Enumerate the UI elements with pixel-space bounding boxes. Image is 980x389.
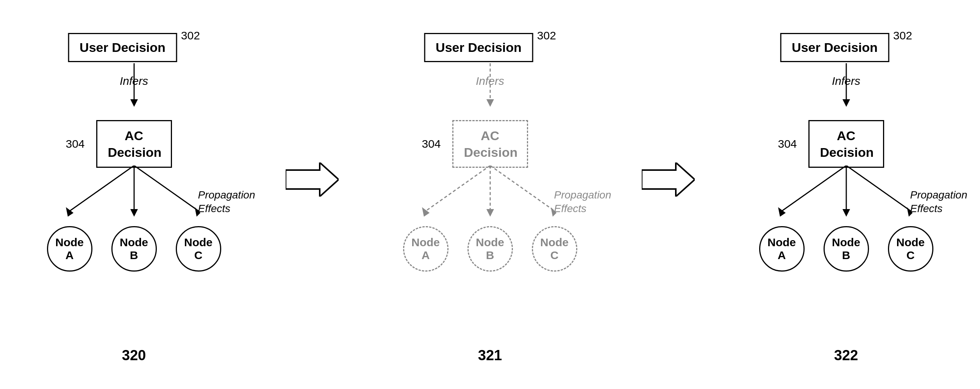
propagation-label-322: PropagationEffects xyxy=(910,188,967,216)
node-b-322: NodeB xyxy=(824,226,869,272)
arrow-ud-to-ac-321 xyxy=(485,63,496,113)
user-decision-box-320: User Decision xyxy=(68,33,177,62)
svg-line-15 xyxy=(490,165,555,211)
svg-line-11 xyxy=(426,165,490,211)
ref-302-321: 302 xyxy=(537,29,556,42)
diagram-320: User Decision 302 Infers 304 ACDecision xyxy=(5,25,263,364)
label-320: 320 xyxy=(122,347,146,364)
arrow-ud-to-ac-322 xyxy=(841,63,852,113)
node-c-321: NodeC xyxy=(532,226,578,272)
diagram-322: User Decision 302 Infers 304 ACDecision xyxy=(718,25,975,364)
svg-marker-19 xyxy=(843,99,850,107)
svg-marker-17 xyxy=(642,162,695,197)
svg-marker-23 xyxy=(843,209,850,217)
label-321: 321 xyxy=(478,347,502,364)
svg-line-24 xyxy=(846,165,911,211)
big-arrow-2 xyxy=(642,162,695,197)
big-arrow-1 xyxy=(286,162,339,197)
svg-marker-5 xyxy=(130,209,138,217)
ref-302-322: 302 xyxy=(893,29,912,42)
ref-304-321: 304 xyxy=(422,138,441,150)
label-322: 322 xyxy=(834,347,858,364)
svg-marker-1 xyxy=(130,99,138,107)
svg-marker-14 xyxy=(487,209,494,217)
svg-marker-8 xyxy=(286,162,339,197)
svg-marker-10 xyxy=(487,99,494,107)
svg-line-2 xyxy=(70,165,134,211)
propagation-label-320: PropagationEffects xyxy=(198,188,255,216)
ref-304-320: 304 xyxy=(66,138,85,150)
node-c-320: NodeC xyxy=(176,226,221,272)
ac-decision-box-321: ACDecision xyxy=(452,120,528,168)
propagation-label-321: PropagationEffects xyxy=(554,188,611,216)
node-a-320: NodeA xyxy=(47,226,92,272)
node-b-321: NodeB xyxy=(468,226,513,272)
ref-304-322: 304 xyxy=(778,138,797,150)
main-container: User Decision 302 Infers 304 ACDecision xyxy=(0,0,980,389)
node-a-322: NodeA xyxy=(759,226,805,272)
arrow-ud-to-ac-320 xyxy=(129,63,140,113)
diagram-321: User Decision 302 Infers 304 ACDecision xyxy=(361,25,619,364)
ref-302-320: 302 xyxy=(181,29,200,42)
ac-decision-box-322: ACDecision xyxy=(808,120,884,168)
user-decision-box-322: User Decision xyxy=(780,33,889,62)
node-c-322: NodeC xyxy=(888,226,934,272)
user-decision-box-321: User Decision xyxy=(424,33,533,62)
svg-line-20 xyxy=(782,165,846,211)
node-a-321: NodeA xyxy=(403,226,449,272)
node-b-320: NodeB xyxy=(111,226,157,272)
ac-decision-box-320: ACDecision xyxy=(96,120,172,168)
svg-line-6 xyxy=(134,165,199,211)
